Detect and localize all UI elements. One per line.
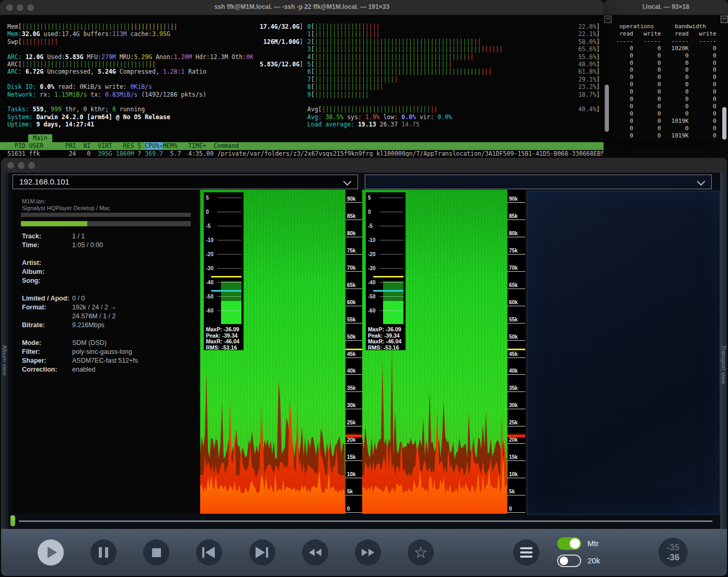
rewind-icon (309, 549, 315, 556)
volume-min: -35 (658, 543, 688, 552)
info-row: Bitrate:9.216Mbps (22, 321, 196, 330)
menu-button[interactable] (513, 539, 539, 566)
album-view-tab[interactable]: Album view (1, 172, 8, 576)
track-progress-fill (21, 221, 87, 226)
play-icon (48, 547, 57, 558)
info-row: Correction:enabled (22, 366, 196, 375)
info-row: Mode:SDM (DSD) (22, 339, 196, 348)
player-titlebar (1, 158, 727, 173)
favorite-button[interactable]: ☆ (408, 539, 434, 566)
info-row: Shaper:ASDM7EC-fast 512+fs (22, 357, 196, 366)
play-button[interactable] (38, 539, 64, 566)
terminal2-title: l.local. — 93×18 (604, 3, 728, 10)
star-icon: ☆ (414, 545, 428, 560)
info-row: 24.576M / 1 / 2 (22, 313, 196, 321)
frequency-scale-right: 95k90k85k80k75k70k65k60k55k50k45k40k35k3… (507, 190, 525, 514)
info-row: Filter:poly-sinc-gauss-long (22, 348, 196, 357)
track-info-rows: Track:1 / 1Time:1:05 / 0:00Artist:Album:… (22, 233, 196, 384)
previous-track-button[interactable] (196, 539, 222, 566)
album-view-label: Album view (2, 345, 8, 376)
transport-view-panel (527, 191, 720, 515)
info-row: Track:1 / 1 (22, 233, 196, 241)
next-icon (256, 547, 265, 558)
htop-left-column: Mem[||||||||||||||||||||||||||||||||||||… (7, 23, 303, 128)
track-progress-bar (21, 221, 191, 226)
toggle-knob (570, 538, 580, 549)
volume-max: -36 (658, 552, 688, 562)
terminal-window-iostat: l.local. — 93×18 operations bandwidth re… (604, 0, 728, 142)
transport-view-label: Transport view (721, 345, 727, 384)
info-row: Limited / Apod:0 / 0 (22, 295, 196, 304)
pause-icon (99, 547, 102, 558)
server-select[interactable]: 192.168.0.101 (13, 175, 358, 189)
spectrogram-right: 50-5-10-20-30-40-50-60MaxP: -36.09Peak: … (362, 190, 507, 514)
menu-icon (520, 547, 533, 558)
meter-toggle[interactable] (557, 537, 581, 550)
level-meter-right: 50-5-10-20-30-40-50-60MaxP: -36.09Peak: … (366, 192, 406, 350)
scrollbar-thumb[interactable] (722, 107, 726, 140)
rewind-button[interactable] (302, 539, 328, 566)
seek-handle[interactable] (10, 515, 15, 526)
htop-cpu-column: 0[||||||||||||||||||22.0%]1[||||||||||||… (307, 23, 600, 128)
info-row: Album: (22, 268, 196, 277)
fast-forward-button[interactable] (355, 539, 381, 566)
terminal1-titlebar: ssh ffk@M1M.local. — -ssh -p 22 ffk@M1M.… (0, 0, 604, 15)
split-pane-button[interactable] (721, 16, 728, 23)
split-pane-button[interactable] (604, 16, 611, 23)
level-meter-left: 50-5-10-20-30-40-50-60MaxP: -36.09Peak: … (204, 192, 244, 350)
next-track-button[interactable] (249, 539, 275, 566)
meter-toggle-label: Mtr (587, 539, 599, 548)
server-status: M1M.lan: Signalyst HQPlayer Desktop / Ma… (22, 198, 110, 212)
fast-forward-icon (362, 549, 367, 556)
chevron-down-icon (697, 178, 706, 186)
transport-toolbar: ☆ Mtr 20k -35 -36 (1, 529, 727, 576)
spectrogram-left: 50-5-10-20-30-40-50-60MaxP: -36.09Peak: … (200, 190, 345, 514)
minimize-button[interactable] (18, 162, 25, 169)
previous-icon (202, 547, 204, 558)
chevron-down-icon (343, 178, 352, 186)
terminal2-titlebar: l.local. — 93×18 (604, 0, 728, 15)
server-host: M1M.lan: (22, 198, 110, 205)
bandwidth-20k-toggle[interactable] (557, 555, 581, 567)
info-row: Song: (22, 277, 196, 286)
close-button[interactable] (7, 162, 14, 169)
seek-track[interactable] (19, 521, 712, 522)
stop-icon (152, 548, 161, 557)
bandwidth-20k-label: 20k (587, 556, 600, 565)
volume-level-badge: -35 -36 (658, 538, 688, 567)
htop-tab-main[interactable]: Main (28, 134, 52, 142)
info-row: Time:1:05 / 0:00 (22, 241, 196, 250)
info-row: Format:192k / 24 / 2 → (22, 304, 196, 313)
toggle-knob (560, 557, 568, 565)
stop-button[interactable] (143, 539, 169, 566)
pause-button[interactable] (90, 539, 117, 566)
info-row: Artist: (22, 259, 196, 268)
terminal1-title: ssh ffk@M1M.local. — -ssh -p 22 ffk@M1M.… (0, 3, 604, 10)
zoom-button[interactable] (28, 162, 35, 169)
htop-process-row[interactable]: 51631 ffk 24 0 395G 1860M ? 369.7 5.7 4:… (7, 150, 604, 157)
frequency-scale-left: 95k90k85k80k75k70k65k60k55k50k45k40k35k3… (345, 190, 362, 514)
server-product: Signalyst HQPlayer Desktop / Mac (22, 205, 110, 212)
terminal2-output: operations bandwidth read write read wri… (613, 23, 717, 142)
output-select[interactable] (365, 175, 712, 189)
track-info-panel: M1M.lan: Signalyst HQPlayer Desktop / Ma… (13, 190, 200, 514)
transport-view-tab[interactable]: Transport view (720, 172, 727, 576)
hqplayer-window: 192.168.0.101 Album view Transport view … (1, 158, 727, 576)
scrollbar-thumb[interactable] (605, 85, 609, 132)
buffer-progress-bar (21, 213, 191, 217)
terminal-window-htop: ssh ffk@M1M.local. — -ssh -p 22 ffk@M1M.… (0, 0, 604, 157)
server-select-value: 192.168.0.101 (19, 177, 70, 186)
htop-process-header[interactable]: PID USER PRI NI VIRT RES S CPU%▿MEM% TIM… (0, 142, 604, 150)
